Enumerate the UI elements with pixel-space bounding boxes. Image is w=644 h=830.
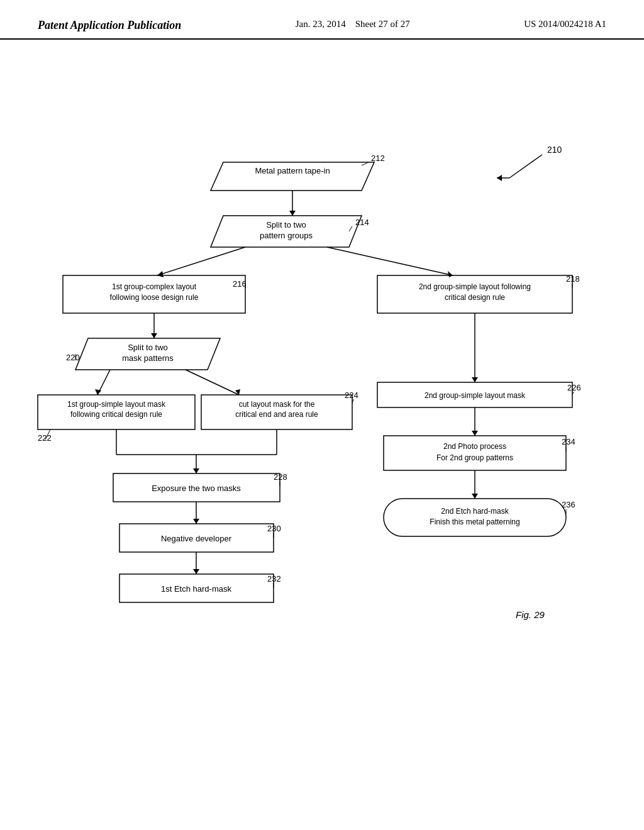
header-sheet: Sheet 27 of 27 xyxy=(355,19,410,29)
svg-marker-60 xyxy=(193,468,199,473)
svg-marker-72 xyxy=(193,569,199,574)
header: Patent Application Publication Jan. 23, … xyxy=(0,0,644,40)
svg-text:For 2nd group patterns: For 2nd group patterns xyxy=(436,453,513,462)
svg-text:226: 226 xyxy=(567,383,581,392)
svg-text:2nd group-simple layout follow: 2nd group-simple layout following xyxy=(419,282,531,291)
svg-marker-18 xyxy=(448,271,453,277)
svg-text:mask patterns: mask patterns xyxy=(122,353,174,363)
header-title: Patent Application Publication xyxy=(38,19,181,32)
svg-text:210: 210 xyxy=(547,145,562,155)
svg-text:220: 220 xyxy=(66,353,80,362)
svg-line-1 xyxy=(509,155,542,178)
svg-text:Exposure the two masks: Exposure the two masks xyxy=(152,484,241,493)
svg-text:232: 232 xyxy=(267,574,281,584)
svg-marker-9 xyxy=(289,211,296,216)
svg-marker-78 xyxy=(472,431,478,436)
svg-text:2nd group-simple layout mask: 2nd group-simple layout mask xyxy=(425,391,526,400)
svg-line-44 xyxy=(186,370,239,395)
svg-text:critical design rule: critical design rule xyxy=(445,293,505,302)
svg-text:1st group-simple layout mask: 1st group-simple layout mask xyxy=(67,400,166,409)
header-patent: US 2014/0024218 A1 xyxy=(524,19,606,30)
svg-text:following loose design rule: following loose design rule xyxy=(110,293,199,302)
svg-text:230: 230 xyxy=(267,524,281,533)
svg-text:1st group-complex layout: 1st group-complex layout xyxy=(112,282,197,291)
svg-text:Split to two: Split to two xyxy=(128,343,168,352)
header-date: Jan. 23, 2014 xyxy=(296,19,346,29)
svg-text:2nd Etch hard-mask: 2nd Etch hard-mask xyxy=(441,507,509,516)
svg-line-15 xyxy=(157,247,245,275)
svg-line-14 xyxy=(349,226,352,231)
svg-text:cut layout mask for the: cut layout mask for the xyxy=(239,400,315,409)
svg-text:Metal pattern tape-in: Metal pattern tape-in xyxy=(255,166,330,175)
svg-marker-16 xyxy=(157,271,164,277)
header-center: Jan. 23, 2014 Sheet 27 of 27 xyxy=(296,19,410,30)
svg-marker-66 xyxy=(193,519,199,524)
svg-text:Finish this metal patterning: Finish this metal patterning xyxy=(430,517,519,526)
svg-line-17 xyxy=(327,247,453,275)
svg-marker-37 xyxy=(472,377,478,382)
svg-marker-85 xyxy=(472,494,478,499)
svg-text:234: 234 xyxy=(562,437,575,446)
diagram-area: 210 Metal pattern tape-in 212 Split to t… xyxy=(0,40,644,794)
svg-text:Split to two: Split to two xyxy=(266,220,306,230)
svg-text:2nd Photo process: 2nd Photo process xyxy=(443,442,506,451)
svg-text:224: 224 xyxy=(345,390,358,400)
svg-text:228: 228 xyxy=(274,472,287,482)
svg-text:222: 222 xyxy=(38,433,52,443)
svg-text:pattern groups: pattern groups xyxy=(260,231,313,240)
svg-marker-30 xyxy=(151,333,157,338)
svg-text:236: 236 xyxy=(562,500,575,509)
svg-marker-3 xyxy=(497,175,502,181)
svg-text:critical end and area rule: critical end and area rule xyxy=(235,410,318,419)
svg-text:214: 214 xyxy=(355,218,369,227)
svg-text:following critical design rule: following critical design rule xyxy=(70,410,162,419)
svg-text:212: 212 xyxy=(371,153,385,163)
svg-text:216: 216 xyxy=(233,279,247,289)
svg-text:Negative developer: Negative developer xyxy=(161,534,232,543)
svg-text:218: 218 xyxy=(566,274,580,284)
svg-text:1st Etch hard-mask: 1st Etch hard-mask xyxy=(161,584,231,594)
svg-text:Fig. 29: Fig. 29 xyxy=(516,609,545,620)
